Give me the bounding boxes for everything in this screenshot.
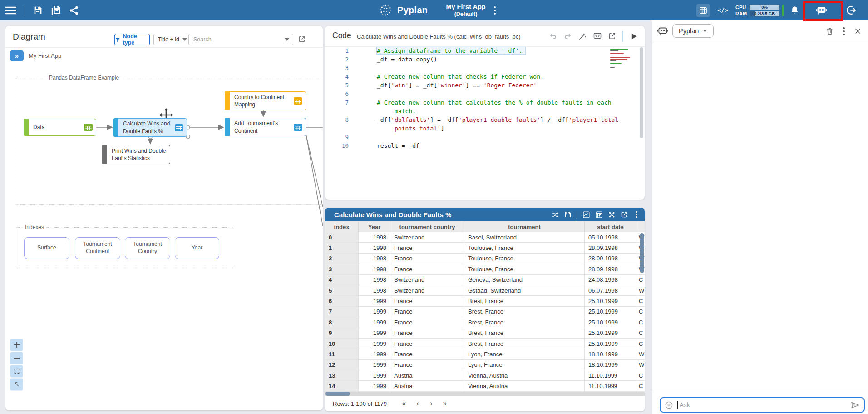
- breadcrumb-label[interactable]: My First App: [29, 52, 61, 59]
- zoom-in-button[interactable]: [10, 339, 23, 351]
- table-row[interactable]: 81999FranceBrest, France25.10.1999C: [325, 317, 645, 328]
- code-line[interactable]: match.: [325, 107, 645, 115]
- diagram-panel: Diagram Node type Title + id » My First …: [5, 26, 323, 410]
- table-row[interactable]: 51998SwitzerlandGstaad, Switzerland06.07…: [325, 285, 645, 296]
- pan-origin-button[interactable]: [10, 379, 23, 390]
- code-line[interactable]: 4# Create new column that checks if Fede…: [325, 72, 645, 81]
- redo-icon[interactable]: [563, 32, 572, 40]
- diagram-node-data[interactable]: Data: [24, 119, 96, 136]
- table-row[interactable]: 21998FranceToulouse, France28.09.1998W: [325, 254, 645, 264]
- scrollbar-thumb[interactable]: [326, 392, 350, 396]
- index-node-year[interactable]: Year: [175, 237, 219, 259]
- table-row[interactable]: 131999AustriaVienna, Austria11.10.1999C: [325, 370, 645, 381]
- interface-view-icon[interactable]: [696, 4, 710, 17]
- code-line[interactable]: 10result = _df: [325, 141, 645, 150]
- code-line[interactable]: points total']: [325, 124, 645, 133]
- code-line[interactable]: 1# Assign dataframe to the variable '_df…: [325, 46, 645, 55]
- code-comment-icon[interactable]: [593, 32, 602, 41]
- assistant-menu-kebab-icon[interactable]: [840, 25, 848, 37]
- first-page-button[interactable]: «: [399, 398, 409, 409]
- app-menu-kebab-icon[interactable]: [491, 5, 498, 16]
- table-menu-kebab-icon[interactable]: [633, 209, 641, 220]
- column-header[interactable]: tournament: [464, 221, 585, 232]
- save-view-icon[interactable]: [564, 211, 572, 218]
- column-header[interactable]: start date: [585, 221, 636, 232]
- code-line[interactable]: 8_df['dblfaults'] = _df['player1 double …: [325, 115, 645, 124]
- diagram-node-country-mapping[interactable]: Country to Continent Mapping: [225, 91, 306, 110]
- table-row[interactable]: 141999AustriaVienna, Austria11.10.1999C: [325, 381, 645, 391]
- table-open-external-icon[interactable]: [621, 211, 628, 219]
- collapse-panel-button[interactable]: »: [10, 50, 24, 61]
- code-line[interactable]: 5_df['win'] = _df['winner'] == 'Roger Fe…: [325, 81, 645, 90]
- code-open-external-icon[interactable]: [608, 32, 616, 40]
- index-node-tournament-continent[interactable]: Tournament Continent: [75, 237, 120, 259]
- table-horizontal-scrollbar[interactable]: [325, 392, 645, 396]
- index-node-surface[interactable]: Surface: [24, 237, 69, 259]
- table-row[interactable]: 71999FranceBrest, France25.10.1999C: [325, 307, 645, 317]
- code-line[interactable]: 3: [325, 64, 645, 72]
- attach-plus-icon[interactable]: [665, 401, 673, 409]
- notifications-bell-icon[interactable]: [790, 5, 799, 15]
- assistant-bot-icon[interactable]: [815, 4, 828, 16]
- shuffle-dimensions-icon[interactable]: [552, 211, 559, 219]
- ask-input[interactable]: [678, 401, 851, 409]
- diagram-open-external-icon[interactable]: [298, 35, 306, 43]
- format-magic-wand-icon[interactable]: [578, 32, 587, 41]
- share-workflow-icon[interactable]: [69, 5, 79, 15]
- table-cell: 11: [325, 349, 359, 359]
- code-line[interactable]: 2_df = data.copy(): [325, 55, 645, 64]
- zoom-out-button[interactable]: [10, 352, 23, 364]
- fit-view-button[interactable]: [10, 365, 23, 377]
- code-line[interactable]: 9: [325, 133, 645, 141]
- node-group-label: Pandas DataFrame Example: [47, 75, 121, 81]
- column-header[interactable]: tournament country: [390, 221, 464, 232]
- table-row[interactable]: 101999FranceBrest, France25.10.1999C: [325, 339, 645, 349]
- save-icon[interactable]: [33, 5, 43, 15]
- table-row[interactable]: 61999FranceBrest, France25.10.1999C: [325, 296, 645, 306]
- table-row[interactable]: 31998FranceToulouse, France28.09.1998W: [325, 264, 645, 274]
- table-row[interactable]: 11998FranceToulouse, France28.09.1998W: [325, 243, 645, 253]
- last-page-button[interactable]: »: [439, 398, 450, 409]
- diagram-node-add-continent[interactable]: Add Tournament's Continent: [225, 118, 306, 136]
- agent-selector-dropdown[interactable]: Pyplan: [672, 24, 714, 38]
- code-line[interactable]: 7# Create new column that calculates the…: [325, 98, 645, 107]
- code-minimap[interactable]: [610, 49, 636, 69]
- display-mode-dropdown[interactable]: Title + id: [153, 34, 192, 45]
- prev-page-button[interactable]: ‹: [412, 398, 423, 409]
- column-header[interactable]: index: [325, 221, 359, 232]
- table-row[interactable]: 41998SwitzerlandGeneva, Switzerland24.08…: [325, 275, 645, 285]
- diagram-search-input[interactable]: [189, 36, 285, 43]
- ask-input-box: [660, 397, 865, 413]
- column-header[interactable]: [636, 221, 645, 232]
- next-page-button[interactable]: ›: [426, 398, 437, 409]
- table-row[interactable]: 121999FranceLyon, France18.10.1999W: [325, 360, 645, 370]
- code-editor[interactable]: 1# Assign dataframe to the variable '_df…: [325, 46, 645, 200]
- column-header[interactable]: Year: [359, 221, 390, 232]
- table-vertical-scrollbar[interactable]: [640, 233, 644, 273]
- send-message-icon[interactable]: [850, 400, 860, 410]
- table-row[interactable]: 01998SwitzerlandBasel, Switzerland05.10.…: [325, 232, 645, 243]
- hamburger-menu-icon[interactable]: [5, 6, 16, 15]
- undo-icon[interactable]: [549, 32, 557, 40]
- save-all-icon[interactable]: [51, 5, 61, 15]
- diagram-node-calc-wins[interactable]: Calculate Wins and Double Faults %: [113, 118, 187, 137]
- table-row[interactable]: 91999FranceBrest, France25.10.1999C: [325, 328, 645, 339]
- tools-settings-icon[interactable]: [608, 211, 616, 219]
- pivot-table-icon[interactable]: [595, 211, 603, 219]
- code-view-icon[interactable]: </>: [716, 4, 730, 17]
- logout-icon[interactable]: [846, 5, 857, 15]
- app-title: My First App (Default): [446, 3, 485, 17]
- node-type-filter-button[interactable]: Node type: [114, 34, 150, 45]
- run-code-button[interactable]: [629, 32, 638, 41]
- chart-view-icon[interactable]: [582, 211, 590, 219]
- code-scrollbar[interactable]: [640, 47, 643, 138]
- search-dropdown-icon[interactable]: [285, 38, 289, 41]
- table-row[interactable]: 111999FranceLyon, France18.10.1999W: [325, 349, 645, 359]
- close-panel-icon[interactable]: [854, 27, 862, 35]
- diagram-node-print-stats[interactable]: Print Wins and Double Faults Statistics: [102, 145, 170, 164]
- index-node-tournament-country[interactable]: Tournament Country: [125, 237, 170, 259]
- clear-chat-trash-icon[interactable]: [825, 27, 834, 35]
- diagram-canvas[interactable]: Pandas DataFrame Example: [5, 65, 323, 410]
- node-color-bar: [102, 145, 107, 164]
- code-line[interactable]: 6: [325, 90, 645, 98]
